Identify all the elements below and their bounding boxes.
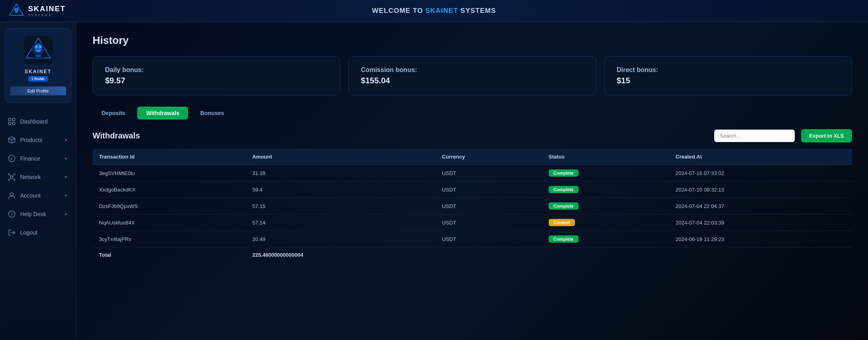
svg-line-26 [10, 175, 11, 177]
sidebar: SKAINET 1 RANK Edit Profile Dashboard [0, 22, 76, 340]
profile-name: SKAINET [25, 69, 52, 74]
content-area: History Daily bonus: $9.57 Comission bon… [76, 22, 868, 340]
sidebar-item-label: Network [20, 174, 41, 180]
sidebar-item-finance[interactable]: $ Finance ▼ [0, 149, 76, 168]
commission-bonus-card: Comission bonus: $155.04 [348, 56, 596, 95]
export-button[interactable]: Export to XLS [801, 129, 852, 142]
svg-rect-17 [12, 122, 15, 125]
svg-line-28 [10, 178, 11, 179]
header-welcome: WELCOME TO SKAINET SYSTEMS [372, 7, 496, 15]
status-badge: Complete [549, 169, 579, 177]
cell-tx-id: NqAUskfuo84X [93, 214, 246, 231]
tab-withdrawals[interactable]: Withdrawals [137, 107, 188, 120]
table-row: 3cyTx4tajPRx 20.49 USDT Complete 2024-06… [93, 231, 852, 247]
cell-status: Complete [542, 231, 669, 247]
sidebar-nav: Dashboard Products ▼ $ Finance ▼ [0, 112, 76, 242]
col-header-created-at: Created At [669, 149, 852, 165]
svg-line-27 [12, 175, 14, 177]
svg-rect-15 [12, 118, 15, 121]
cell-amount: 20.49 [246, 231, 436, 247]
cell-created-at: 2024-07-04 22:04:37 [669, 198, 852, 214]
commission-bonus-label: Comission bonus: [361, 66, 583, 74]
table-total-row: Total 225.46000000000004 [93, 247, 852, 263]
bonus-cards: Daily bonus: $9.57 Comission bonus: $155… [93, 56, 852, 95]
svg-rect-16 [8, 122, 11, 125]
svg-point-22 [8, 174, 10, 175]
logo-area: SKAINET SYSTEMS [8, 2, 66, 19]
grid-icon [8, 118, 15, 125]
status-badge: Complete [549, 186, 579, 193]
sidebar-item-label: Finance [20, 155, 40, 162]
rank-badge: 1 RANK [28, 76, 48, 82]
sidebar-item-help-desk[interactable]: ? Help Desk ▼ [0, 205, 76, 223]
cell-tx-id: 3egSVHMtE0tu [93, 165, 246, 181]
tab-deposits[interactable]: Deposits [93, 107, 134, 120]
sidebar-item-label: Dashboard [20, 118, 48, 125]
commission-bonus-value: $155.04 [361, 76, 583, 85]
sidebar-item-products[interactable]: Products ▼ [0, 131, 76, 149]
cell-currency: USDT [436, 165, 542, 181]
top-header: SKAINET SYSTEMS WELCOME TO SKAINET SYSTE… [0, 0, 868, 22]
svg-text:?: ? [11, 212, 13, 217]
sidebar-item-label: Logout [20, 229, 37, 236]
cell-currency: USDT [436, 198, 542, 214]
chevron-down-icon: ▼ [64, 212, 68, 216]
welcome-static: WELCOME TO [372, 7, 426, 14]
sidebar-item-label: Account [20, 192, 41, 199]
cell-amount: 31.28 [246, 165, 436, 181]
sidebar-item-label: Help Desk [20, 211, 46, 217]
cell-currency: USDT [436, 214, 542, 231]
status-badge: Created [549, 219, 575, 226]
logout-icon [8, 229, 15, 236]
svg-point-5 [17, 9, 19, 10]
sidebar-item-network[interactable]: Network ▼ [0, 168, 76, 186]
cell-amount: 57.14 [246, 214, 436, 231]
circle-dollar-icon: $ [8, 155, 15, 162]
cell-created-at: 2024-07-04 22:03:39 [669, 214, 852, 231]
direct-bonus-label: Direct bonus: [617, 66, 839, 74]
status-badge: Complete [549, 235, 579, 243]
page-title: History [93, 34, 852, 47]
tab-bonuses[interactable]: Bonuses [191, 107, 233, 120]
table-row: XxdgoBackdKX 59.4 USDT Complete 2024-07-… [93, 181, 852, 198]
withdrawals-table: Transaction Id Amount Currency Status Cr… [93, 149, 852, 262]
chevron-down-icon: ▼ [64, 157, 68, 161]
total-amount: 225.46000000000004 [246, 247, 436, 263]
sidebar-item-logout[interactable]: Logout [0, 223, 76, 242]
total-label: Total [93, 247, 246, 263]
cell-created-at: 2024-06-19 11:29:23 [669, 231, 852, 247]
chevron-down-icon: ▼ [64, 138, 68, 142]
section-controls: Export to XLS [714, 129, 852, 142]
question-icon: ? [8, 210, 15, 218]
svg-point-11 [39, 45, 41, 48]
sidebar-profile: SKAINET 1 RANK Edit Profile [5, 28, 71, 103]
svg-point-30 [10, 193, 13, 196]
col-header-currency: Currency [436, 149, 542, 165]
cell-status: Complete [542, 165, 669, 181]
table-row: 3egSVHMtE0tu 31.28 USDT Complete 2024-07… [93, 165, 852, 181]
col-header-amount: Amount [246, 149, 436, 165]
sidebar-item-label: Products [20, 137, 42, 143]
cell-tx-id: DzsFJb9QpxWS [93, 198, 246, 214]
daily-bonus-card: Daily bonus: $9.57 [93, 56, 340, 95]
sidebar-item-dashboard[interactable]: Dashboard [0, 112, 76, 131]
direct-bonus-value: $15 [617, 76, 839, 85]
header-suffix: SYSTEMS [461, 7, 496, 14]
svg-point-4 [15, 9, 16, 10]
main-layout: SKAINET 1 RANK Edit Profile Dashboard [0, 22, 868, 340]
header-brand: SKAINET [425, 7, 460, 14]
cell-amount: 57.15 [246, 198, 436, 214]
table-row: NqAUskfuo84X 57.14 USDT Created 2024-07-… [93, 214, 852, 231]
logo-text: SKAINET SYSTEMS [28, 5, 66, 17]
edit-profile-button[interactable]: Edit Profile [10, 87, 66, 95]
search-input[interactable] [714, 130, 795, 142]
cell-status: Complete [542, 198, 669, 214]
sidebar-item-account[interactable]: Account ▼ [0, 186, 76, 205]
svg-rect-14 [8, 118, 11, 121]
status-badge: Complete [549, 202, 579, 210]
svg-point-25 [14, 179, 15, 181]
cell-currency: USDT [436, 181, 542, 198]
col-header-status: Status [542, 149, 669, 165]
cell-status: Created [542, 214, 669, 231]
cell-currency: USDT [436, 231, 542, 247]
